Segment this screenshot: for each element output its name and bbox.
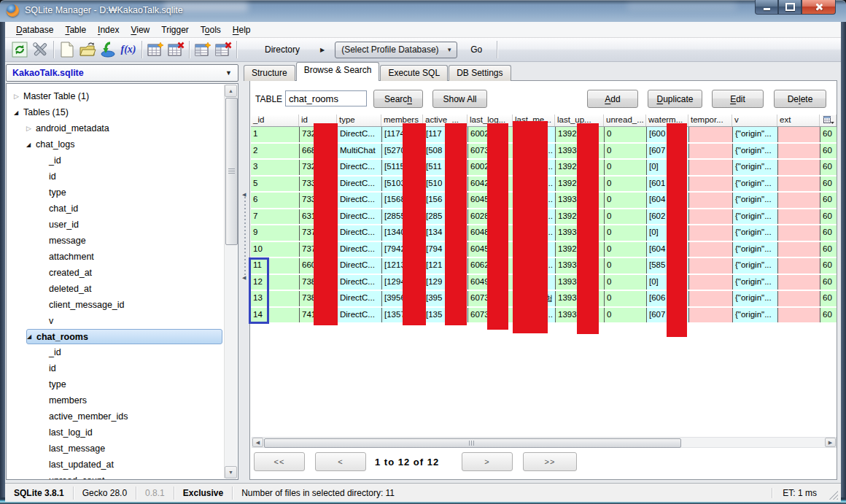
scroll-left-arrow-icon[interactable]: ◀ (252, 438, 263, 447)
last-page-button[interactable]: >> (523, 452, 577, 471)
cell-tempor[interactable] (688, 225, 732, 241)
tree-item-active-member-ids[interactable]: active_member_ids (7, 408, 225, 424)
open-database-button[interactable] (77, 39, 98, 60)
cell-type[interactable]: DirectC... (337, 258, 381, 274)
column-header-tempor[interactable]: tempor... (688, 115, 732, 126)
new-table-button[interactable] (145, 39, 166, 60)
search-button[interactable]: Search (373, 90, 423, 108)
tree-item-message[interactable]: message (7, 233, 225, 249)
tree-item-attachment[interactable]: attachment (7, 249, 225, 265)
tree-item-unread-count[interactable]: unread_count (7, 473, 225, 480)
cell-tempor[interactable] (688, 308, 732, 323)
cell-ext[interactable] (777, 308, 820, 323)
column-header-unread[interactable]: unread_... (604, 115, 646, 126)
cell-ext[interactable] (777, 242, 820, 257)
menu-tools[interactable]: Tools (195, 23, 227, 36)
menu-index[interactable]: Index (92, 23, 125, 36)
cell-ext[interactable] (777, 144, 820, 159)
cell-ext[interactable] (777, 127, 820, 142)
tab-browse-search[interactable]: Browse & Search (296, 62, 380, 81)
refresh-button[interactable] (9, 39, 30, 60)
fx-button[interactable]: f(x) (118, 39, 139, 60)
cell-v[interactable]: {"origin"... (732, 193, 777, 208)
duplicate-button[interactable]: Duplicate (648, 90, 702, 108)
maximize-button[interactable] (778, 0, 802, 15)
cell-tempor[interactable] (688, 144, 732, 159)
next-page-button[interactable]: > (462, 452, 513, 471)
cell-ext[interactable] (777, 209, 820, 225)
tree-item-type[interactable]: type (7, 376, 225, 392)
tree-item-chat-id[interactable]: chat_id (7, 201, 225, 217)
cell-ext[interactable] (777, 193, 820, 208)
profile-database-select[interactable]: (Select Profile Database) ▼ (335, 42, 457, 58)
column-header-v[interactable]: v (732, 115, 777, 126)
tab-execute-sql[interactable]: Execute SQL (380, 65, 448, 81)
cell-type[interactable]: DirectC... (337, 291, 381, 306)
tree-vertical-scrollbar[interactable]: ▲ ▼ (224, 85, 237, 478)
cell-unread[interactable]: 0 (604, 225, 646, 241)
cell-v[interactable]: {"origin"... (732, 308, 777, 323)
cell-extra[interactable]: 60 (820, 209, 837, 225)
twisty-collapsed-icon[interactable]: ▷ (26, 125, 36, 132)
cell-type[interactable]: DirectC... (337, 127, 381, 142)
cell-v[interactable]: {"origin"... (732, 275, 777, 290)
cell-unread[interactable]: 0 (604, 258, 646, 274)
cell-v[interactable]: {"origin"... (732, 144, 777, 159)
tree-item-id[interactable]: id (7, 360, 225, 376)
cell-unread[interactable]: 0 (604, 308, 646, 323)
cell-unread[interactable]: 0 (604, 275, 646, 290)
menu-view[interactable]: View (125, 23, 155, 36)
cell-tempor[interactable] (688, 177, 732, 192)
menu-database[interactable]: Database (10, 23, 59, 36)
scroll-down-arrow-icon[interactable]: ▼ (225, 466, 237, 478)
cell-id[interactable]: 5 (251, 177, 299, 192)
edit-button[interactable]: Edit (712, 90, 764, 108)
cell-id[interactable]: 6 (251, 193, 299, 208)
tree-item-id[interactable]: _id (7, 344, 225, 360)
resize-grip-icon[interactable] (828, 490, 838, 500)
tree-item-last-message[interactable]: last_message (7, 441, 225, 457)
cell-tempor[interactable] (688, 127, 732, 142)
column-picker-button[interactable] (822, 115, 835, 125)
import-button[interactable] (98, 39, 118, 60)
prev-page-button[interactable]: < (315, 452, 366, 471)
cell-type[interactable]: DirectC... (337, 242, 381, 257)
tree-item-last-log-id[interactable]: last_log_id (7, 424, 225, 441)
cell-ext[interactable] (777, 291, 820, 306)
column-header-id[interactable]: _id (251, 115, 299, 126)
drop-table-button[interactable] (166, 39, 186, 60)
tree-item-master-table-1[interactable]: ▷Master Table (1) (7, 88, 225, 104)
cell-unread[interactable]: 0 (604, 127, 646, 142)
cell-tempor[interactable] (688, 160, 732, 175)
cell-ext[interactable] (777, 258, 820, 274)
cell-ext[interactable] (777, 160, 820, 175)
cell-unread[interactable]: 0 (604, 242, 646, 257)
collapse-left-icon[interactable]: ◀ (242, 192, 246, 198)
cell-extra[interactable]: 60 (820, 177, 837, 192)
tree-item-chat-rooms[interactable]: ◢chat_rooms (26, 329, 222, 344)
delete-button[interactable]: Delete (774, 90, 826, 108)
scrollbar-thumb[interactable] (225, 98, 238, 245)
cell-extra[interactable]: 60 (820, 258, 837, 274)
cell-ext[interactable] (777, 225, 820, 241)
cell-extra[interactable]: 60 (820, 193, 837, 208)
tree-item-chat-logs[interactable]: ◢chat_logs (7, 136, 225, 152)
cell-tempor[interactable] (688, 242, 732, 257)
cell-type[interactable]: DirectC... (337, 225, 381, 241)
cell-v[interactable]: {"origin"... (732, 177, 777, 192)
cell-extra[interactable]: 60 (820, 242, 837, 257)
tree-item-tables-15[interactable]: ◢Tables (15) (7, 104, 225, 120)
cell-unread[interactable]: 0 (604, 291, 646, 306)
minimize-button[interactable] (755, 0, 778, 15)
cell-id[interactable]: 2 (251, 144, 299, 159)
cell-type[interactable]: MultiChat (337, 144, 381, 159)
column-header-ext[interactable]: ext (777, 115, 820, 126)
cell-id[interactable]: 3 (251, 160, 299, 175)
cell-type[interactable]: DirectC... (337, 209, 381, 225)
cell-unread[interactable]: 0 (604, 209, 646, 225)
cell-v[interactable]: {"origin"... (732, 225, 777, 241)
tree-item-v[interactable]: v (7, 313, 225, 329)
tree-item-members[interactable]: members (7, 392, 225, 408)
twisty-collapsed-icon[interactable]: ▷ (14, 93, 23, 100)
tab-structure[interactable]: Structure (244, 65, 295, 81)
